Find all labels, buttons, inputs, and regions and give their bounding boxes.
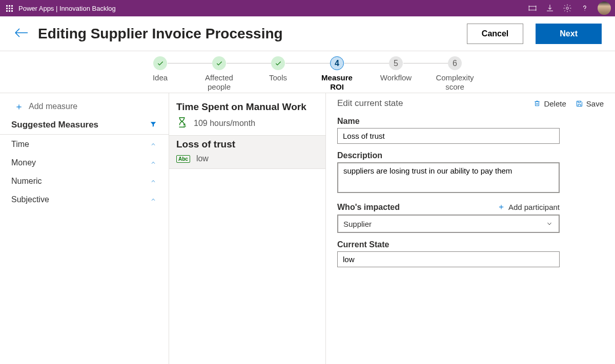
measure-card-time-spent[interactable]: Time Spent on Manual Work $ 109 hours/mo…: [169, 98, 325, 135]
step-workflow[interactable]: 5 Workflow: [366, 56, 425, 82]
category-time[interactable]: Time: [0, 135, 169, 153]
who-impacted-label: Who's impacted: [337, 203, 400, 212]
text-type-icon: Abc: [176, 155, 190, 163]
add-measure-button[interactable]: ＋ Add measure: [0, 98, 169, 118]
add-participant-button[interactable]: ＋ Add participant: [497, 202, 560, 212]
chevron-down-icon: [545, 220, 554, 228]
help-icon[interactable]: [580, 4, 589, 13]
step-label: Workflow: [380, 73, 412, 82]
suggested-title: Suggested Measures: [11, 120, 98, 130]
edit-form: Edit current state Delete Save Name Desc…: [326, 93, 615, 364]
description-label: Description: [337, 151, 604, 160]
chevron-up-icon: [149, 195, 157, 204]
save-label: Save: [586, 99, 604, 108]
plus-icon: ＋: [14, 100, 24, 113]
step-label: Tools: [269, 73, 287, 82]
step-number: 4: [330, 56, 344, 70]
chevron-up-icon: [149, 140, 157, 149]
plus-icon: ＋: [497, 202, 505, 212]
fit-icon[interactable]: [528, 4, 537, 13]
delete-label: Delete: [544, 99, 566, 108]
page-title: Editing Supplier Invoice Processing: [38, 26, 283, 42]
step-label: Idea: [153, 73, 168, 82]
back-arrow-icon[interactable]: [13, 27, 30, 40]
category-money[interactable]: Money: [0, 153, 169, 172]
step-label: Measure ROI: [321, 73, 353, 92]
step-complexity-score[interactable]: 6 Complexity score: [425, 56, 484, 92]
card-subtitle: 109 hours/month: [194, 119, 255, 128]
step-label: Affected people: [205, 73, 233, 92]
step-tools[interactable]: Tools: [249, 56, 308, 82]
svg-text:$: $: [183, 123, 186, 128]
card-title: Time Spent on Manual Work: [176, 101, 319, 113]
app-launcher-icon[interactable]: [4, 3, 14, 14]
measure-list: Time Spent on Manual Work $ 109 hours/mo…: [169, 93, 326, 364]
edit-header: Edit current state: [337, 98, 403, 109]
main-content: ＋ Add measure Suggested Measures Time Mo…: [0, 93, 615, 364]
current-state-input[interactable]: [337, 251, 560, 267]
topbar: Power Apps | Innovation Backlog: [0, 0, 615, 16]
filter-icon[interactable]: [149, 121, 157, 130]
cancel-button[interactable]: Cancel: [467, 24, 523, 44]
chevron-up-icon: [149, 158, 157, 167]
stepper: Idea Affected people Tools 4 Measure ROI…: [0, 51, 615, 93]
card-title: Loss of trust: [176, 139, 319, 150]
download-icon[interactable]: [545, 4, 555, 13]
measure-card-loss-of-trust[interactable]: Loss of trust Abc low: [169, 135, 325, 169]
name-label: Name: [337, 117, 604, 126]
cat-label: Time: [11, 140, 29, 149]
card-subtitle: low: [196, 154, 209, 163]
suggested-measures-header: Suggested Measures: [0, 118, 169, 135]
who-impacted-select[interactable]: Supplier: [337, 215, 560, 233]
step-idea[interactable]: Idea: [131, 56, 190, 82]
titlebar: Editing Supplier Invoice Processing Canc…: [0, 16, 615, 51]
hourglass-icon: $: [176, 117, 188, 130]
topbar-title: Power Apps | Innovation Backlog: [18, 5, 116, 12]
step-number: 6: [448, 56, 462, 70]
cat-label: Subjective: [11, 195, 49, 204]
category-subjective[interactable]: Subjective: [0, 190, 169, 208]
cat-label: Numeric: [11, 177, 42, 186]
svg-point-1: [566, 7, 569, 10]
description-textarea[interactable]: [337, 162, 560, 193]
current-state-label: Current State: [337, 240, 604, 249]
step-measure-roi[interactable]: 4 Measure ROI: [308, 56, 366, 92]
cat-label: Money: [11, 158, 36, 167]
step-affected-people[interactable]: Affected people: [190, 56, 249, 92]
add-participant-label: Add participant: [508, 203, 560, 211]
select-value: Supplier: [343, 220, 372, 228]
left-sidebar: ＋ Add measure Suggested Measures Time Mo…: [0, 93, 169, 364]
delete-button[interactable]: Delete: [534, 99, 566, 108]
chevron-up-icon: [149, 177, 157, 186]
svg-rect-0: [529, 6, 536, 10]
next-button[interactable]: Next: [536, 24, 602, 44]
name-input[interactable]: [337, 128, 560, 144]
step-number: 5: [389, 56, 403, 70]
user-avatar[interactable]: [598, 2, 611, 15]
category-numeric[interactable]: Numeric: [0, 172, 169, 190]
add-measure-label: Add measure: [29, 102, 77, 111]
save-button[interactable]: Save: [576, 99, 604, 108]
step-label: Complexity score: [436, 73, 474, 92]
settings-icon[interactable]: [563, 4, 572, 13]
